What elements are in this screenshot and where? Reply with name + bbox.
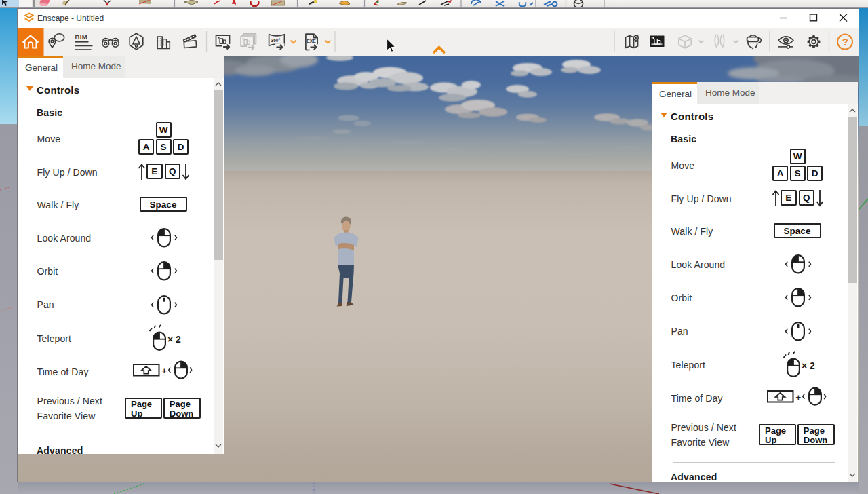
svg-text:360°: 360° [271,38,281,43]
svg-text:× 2: × 2 [802,360,815,371]
svg-text:BIM: BIM [75,33,88,41]
svg-text:?: ? [842,36,848,48]
svg-text:+: + [161,366,167,376]
svg-text:EXE: EXE [307,39,316,43]
svg-text:× 2: × 2 [167,334,181,345]
svg-text:+: + [795,392,801,402]
